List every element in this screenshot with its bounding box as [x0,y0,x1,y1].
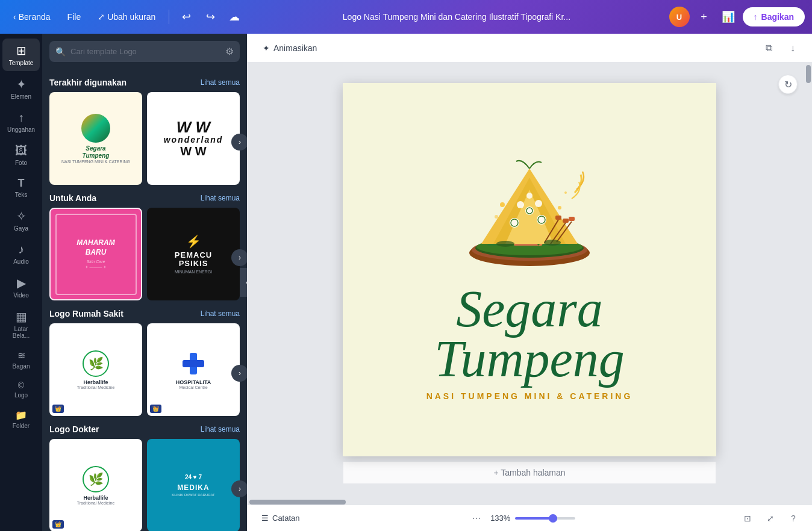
animate-button[interactable]: ✦ Animasikan [257,40,323,57]
ubah-ukuran-label: Ubah ukuran [107,12,155,22]
stats-button[interactable]: 📊 [719,7,738,26]
search-input[interactable] [70,47,220,56]
section-logo-dokter: Logo Dokter Lihat semua 🌿 Herballife Tra… [49,424,240,531]
zoom-slider[interactable] [515,517,575,520]
hosp-name: HOSPITALITA [176,379,211,385]
sidebar-label-logo: Logo [14,392,28,399]
cloud-button[interactable]: ☁ [225,7,244,26]
template-card-herba2[interactable]: 🌿 Herballife Traditional Medicine 👑 [49,439,142,531]
undo-button[interactable]: ↩ [176,7,196,26]
herba2-circle: 🌿 [83,466,109,492]
svg-point-30 [558,206,561,210]
recently-next-arrow[interactable]: › [231,134,247,151]
template-card-hospitalita[interactable]: HOSPITALITA Medical Centre 👑 [147,323,240,416]
template-panel: 🔍 ⚙ Terakhir digunakan Lihat semua Segar… [42,34,247,531]
template-card-maharam[interactable]: MAHARAMBARU Skin Care ✦ ——— ✦ [49,208,142,300]
animate-label: Animasikan [273,43,317,53]
logo-text-segara: Segara [434,283,624,335]
template-card-pemacu[interactable]: ⚡ PEMACUPSIKIS MINUMAN ENERGI [147,208,240,300]
rotate-button[interactable]: ↻ [778,75,798,94]
maharam-inner: MAHARAMBARU Skin Care ✦ ——— ✦ [55,214,137,295]
template-card-segara[interactable]: SegaraTumpeng NASI TUMPENG MINI & CATERI… [49,92,142,185]
see-all-rs[interactable]: Lihat semua [201,309,240,318]
redo-icon: ↪ [206,10,215,23]
canvas-top-right: ⧉ ↓ [759,39,802,58]
sidebar-item-template[interactable]: ⊞ Template [2,39,40,71]
h-scroll-thumb[interactable] [249,500,346,505]
dokter-next-arrow[interactable]: › [231,480,247,497]
pemacu-sub: MINUMAN ENERGI [175,270,212,274]
ww-text: W W [164,119,223,135]
see-all-for-you[interactable]: Lihat semua [201,194,240,202]
sidebar-label-unggahan: Unggahan [7,126,35,133]
page-number-button[interactable]: ⊡ [739,509,757,527]
duplicate-page-button[interactable]: ⧉ [759,39,778,58]
sidebar-item-teks[interactable]: T Teks [2,172,40,203]
premium-badge-herba2: 👑 [52,520,64,529]
bottom-bar: ☰ Catatan ⋯ 133% ⊡ ⤢ ? [247,505,812,531]
svg-point-17 [517,201,524,208]
sidebar-item-latar[interactable]: ▦ Latar Bela... [2,305,40,344]
rs-next-arrow[interactable]: › [231,365,247,382]
section-for-you: Untuk Anda Lihat semua MAHARAMBARU Skin … [49,193,240,300]
file-label: File [67,12,81,22]
add-collaborator-button[interactable]: + [695,7,714,26]
bottom-center: ⋯ 133% [312,509,731,527]
sidebar-item-video[interactable]: ▶ Video [2,271,40,303]
sidebar-item-logo[interactable]: © Logo [2,376,40,403]
horizontal-scrollbar[interactable] [247,497,805,505]
sidebar-item-folder[interactable]: 📁 Folder [2,405,40,434]
help-icon: ? [791,514,796,523]
page-number-icon: ⊡ [744,514,751,523]
sidebar-item-audio[interactable]: ♪ Audio [2,238,40,270]
search-box: 🔍 ⚙ [49,41,240,62]
canvas-viewport[interactable]: ↻ [247,63,812,505]
beranda-button[interactable]: ‹ Beranda [7,8,57,25]
svg-point-31 [564,191,567,194]
filter-icon[interactable]: ⚙ [225,46,234,57]
template-card-ww[interactable]: W W wonderland W W [147,92,240,185]
section-title-for-you: Untuk Anda [49,193,96,203]
premium-badge-hosp: 👑 [150,405,161,413]
svg-rect-27 [569,217,575,221]
sidebar-item-unggahan[interactable]: ↑ Unggahan [2,106,40,138]
document-title: Logo Nasi Tumpeng Mini dan Catering Ilus… [249,12,664,22]
share-button[interactable]: ↑ Bagikan [743,7,805,26]
segara-card-text: SegaraTumpeng [83,145,110,160]
beranda-label: Beranda [19,12,51,22]
template-grid-for-you: MAHARAMBARU Skin Care ✦ ——— ✦ ⚡ PEMACUPS… [49,208,240,300]
sidebar-item-bagan[interactable]: ≋ Bagan [2,345,40,374]
see-all-recently[interactable]: Lihat semua [201,78,240,87]
top-navigation: ‹ Beranda File ⤢ Ubah ukuran ↩ ↪ ☁ Logo … [0,0,812,34]
ubah-ukuran-button[interactable]: ⤢ Ubah ukuran [92,8,161,25]
panel-collapse-button[interactable]: ‹ [240,268,247,297]
sidebar-item-foto[interactable]: 🖼 Foto [2,139,40,171]
sidebar-item-elemen[interactable]: ✦ Elemen [2,72,40,105]
download-page-button[interactable]: ↓ [783,39,802,58]
v-scroll-thumb[interactable] [806,65,811,83]
canvas-topbar: ✦ Animasikan ⧉ ↓ [247,34,812,63]
notes-button[interactable]: ☰ Catatan [257,510,305,526]
segara-logo-circle [81,114,110,143]
user-avatar[interactable]: U [669,7,690,27]
page-nav-dots-button[interactable]: ⋯ [467,509,486,527]
help-button[interactable]: ? [784,509,802,527]
file-button[interactable]: File [61,8,87,25]
sidebar-item-gaya[interactable]: ✧ Gaya [2,204,40,237]
ww-sub2: W W [164,144,223,158]
vertical-scrollbar[interactable] [805,63,812,478]
add-page-bar[interactable]: + Tambah halaman [343,461,716,484]
for-you-next-arrow[interactable]: › [231,249,247,266]
sidebar-label-teks: Teks [15,191,28,198]
sidebar-label-latar: Latar Bela... [6,326,36,339]
herba2-leaf-icon: 🌿 [89,472,104,486]
see-all-dokter[interactable]: Lihat semua [201,425,240,433]
redo-button[interactable]: ↪ [201,7,220,26]
sidebar-label-gaya: Gaya [14,225,28,232]
elements-icon: ✦ [16,77,27,92]
canvas-page-1[interactable]: Segara Tumpeng NASI TUMPENG MINI & CATER… [343,83,716,456]
template-card-medika[interactable]: 24 ♥ 7 MEDIKA KLINIK RAWAT DARURAT [147,439,240,531]
template-card-herba1[interactable]: 🌿 Herballife Traditional Medicine 👑 [49,323,142,416]
fit-screen-button[interactable]: ⤢ [761,509,779,527]
cross-svg [180,350,207,377]
